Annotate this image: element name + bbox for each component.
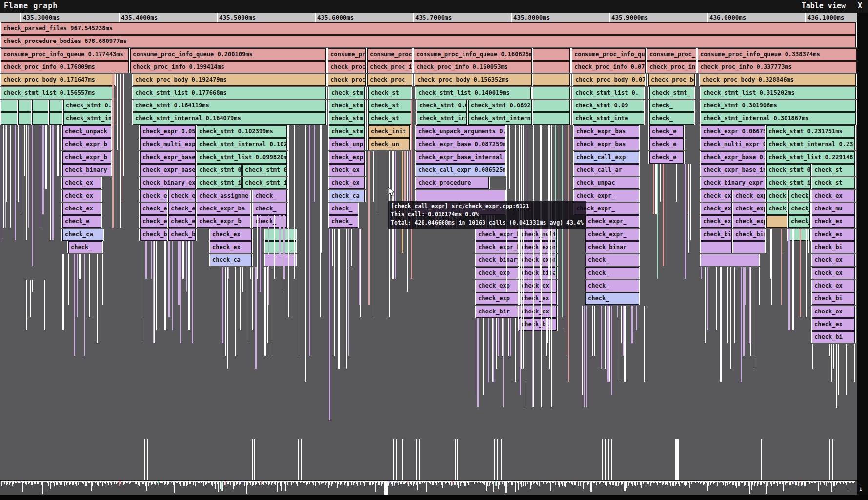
flame-block[interactable]: check_proc_body 0.07	[573, 74, 645, 86]
flame-block[interactable]: consume_proc_info_que	[572, 48, 646, 61]
flame-block[interactable]: check_stmt_internal 0.102351m	[197, 138, 287, 150]
flame-block[interactable]	[32, 100, 48, 112]
flame-block[interactable]	[49, 112, 62, 125]
flame-block[interactable]	[533, 112, 570, 125]
flame-block[interactable]: check_unpac	[574, 177, 639, 189]
flame-block[interactable]: check_stmt_int	[417, 112, 467, 125]
flame-block[interactable]: consume_proc_i	[328, 48, 366, 61]
flame-block[interactable]: check_st	[368, 112, 411, 125]
scrollbar-track[interactable]	[857, 13, 868, 495]
flame-block[interactable]: check_e	[649, 125, 684, 138]
flame-block[interactable]: check_stmt_in	[63, 112, 111, 125]
flame-block[interactable]: consume_proc_info_queue 0.177443ms	[1, 48, 129, 61]
flame-block[interactable]: check_exp	[701, 203, 732, 215]
flame-block[interactable]: check_mu	[812, 203, 855, 215]
flame-block[interactable]: check_stmt 0.102399ms	[197, 125, 287, 138]
flame-block[interactable]: check_proc_body 0.328846ms	[700, 74, 856, 86]
flame-block[interactable]: check_stmt 0.231751ms	[766, 125, 855, 138]
flame-block[interactable]: check_expr_	[585, 229, 639, 241]
flame-block[interactable]: check_stmt_list 0.229148	[766, 151, 855, 164]
flame-block[interactable]: check_st	[812, 177, 855, 189]
flame-block[interactable]: check_st	[368, 87, 411, 99]
flame-block[interactable]: check_stmt 0.301906ms	[701, 100, 856, 112]
flame-block[interactable]: check_	[329, 215, 358, 228]
flame-block[interactable]: check_ex	[701, 215, 732, 228]
flame-block[interactable]	[1, 112, 17, 125]
flame-block[interactable]: check_ex	[812, 254, 855, 266]
flame-block[interactable]: check_multi_expr 0.	[701, 138, 765, 150]
flame-block[interactable]: check_e	[649, 151, 684, 164]
flame-block[interactable]: check_	[329, 203, 358, 215]
flame-block[interactable]: check_proc_body 0.156352ms	[415, 74, 532, 86]
table-view-button[interactable]: Table view	[802, 1, 846, 10]
flame-block[interactable]: check_proc_body 0.171647ms	[1, 74, 115, 86]
flame-block[interactable]: check_	[649, 112, 694, 125]
flame-block[interactable]: consume_proc	[367, 48, 412, 61]
flame-block[interactable]: check_un	[368, 138, 410, 150]
flame-block[interactable]: check_unpack	[62, 125, 111, 138]
flame-block[interactable]: check_e	[140, 190, 167, 202]
flame-block[interactable]: check_stmt_list 0.156557ms	[1, 87, 113, 99]
flame-block[interactable]: check_stmt_internal 0.23	[766, 138, 855, 150]
flame-block[interactable]: check_exp	[701, 190, 732, 202]
flame-block[interactable]: check_proc_inf	[647, 61, 696, 73]
flame-block[interactable]	[265, 254, 296, 266]
flame-block[interactable]: check_procedure	[416, 177, 489, 189]
flame-block[interactable]: check_s	[788, 190, 810, 202]
flame-block[interactable]: check_proc_info 0.199414ms	[130, 61, 326, 73]
flame-block[interactable]: check_ex	[812, 267, 855, 279]
flame-block[interactable]: check_	[649, 100, 694, 112]
flame-block[interactable]: check_e	[62, 215, 101, 228]
flame-block[interactable]: check_exp	[733, 190, 765, 202]
flame-block[interactable]: check_expr_bas	[574, 138, 639, 150]
flame-block[interactable]: check_stmt_inte	[766, 177, 811, 189]
time-axis[interactable]: 435.3000ms435.4000ms435.5000ms435.6000ms…	[0, 13, 857, 23]
flame-block[interactable]: check_expr_base 0	[140, 151, 196, 164]
flame-block[interactable]: check_ex	[62, 190, 101, 202]
flame-block[interactable]: check_stmt_internal 0.0892	[468, 112, 532, 125]
flame-block[interactable]: check_unp	[329, 138, 365, 150]
flame-block[interactable]: check_	[68, 241, 102, 253]
flame-block[interactable]: check_	[585, 280, 639, 292]
flame-block[interactable]: check_st	[368, 100, 411, 112]
flame-block[interactable]: check_unpack_arguments 0.	[416, 125, 505, 138]
flame-block[interactable]: consume_proc_info_queue 0.200109ms	[130, 48, 326, 61]
flame-block[interactable]: check_stmt 0.05	[766, 164, 811, 176]
flame-block[interactable]: check_exp	[476, 267, 518, 279]
flame-block[interactable]: check_procedure_bodies 678.680977ms	[1, 35, 856, 47]
flame-block[interactable]: check_stmt 0.	[63, 100, 111, 112]
flame-block[interactable]: check_binary	[62, 164, 111, 176]
flame-block[interactable]: check_assignme	[197, 190, 250, 202]
flame-block[interactable]: consume_proc_info_queue 0.160625ms	[414, 48, 532, 61]
flame-block[interactable]: check_binary_expr (	[701, 177, 765, 189]
flame-block[interactable]	[701, 254, 759, 266]
flame-block[interactable]: check_bi	[812, 241, 855, 253]
flame-block[interactable]: check_stmt_	[649, 87, 694, 99]
flame-block[interactable]: check_stmt 0	[242, 164, 287, 176]
flame-block[interactable]: check_stmt_list 0.140019ms	[416, 87, 531, 99]
flame-block[interactable]: check_exp	[476, 280, 518, 292]
flame-block[interactable]: check_exp	[733, 215, 765, 228]
flame-block[interactable]: check_expr_b	[476, 229, 518, 241]
flame-block[interactable]: check_ex	[210, 229, 252, 241]
minimap[interactable]	[0, 480, 857, 495]
flame-block[interactable]: check_ex	[812, 306, 855, 318]
flame-block[interactable]: check_expr 0.0584	[140, 125, 196, 138]
flame-block[interactable]: check_	[585, 292, 639, 305]
flame-block[interactable]: check_bi	[812, 292, 855, 305]
flame-block[interactable]: check_proc_in	[328, 61, 366, 73]
flame-block[interactable]: check_proc_info 0.176809ms	[1, 61, 129, 73]
flame-block[interactable]: check_stmt_inte	[573, 112, 644, 125]
flame-block[interactable]: check_	[253, 203, 287, 215]
flame-canvas[interactable]: check_parsed_files 967.545238mscheck_pro…	[0, 22, 857, 480]
flame-block[interactable]: check_s	[766, 190, 787, 202]
flame-block[interactable]: check_ca	[210, 254, 252, 266]
flame-block[interactable]: check_ex	[812, 229, 855, 241]
flame-block[interactable]: check_stm	[329, 112, 365, 125]
flame-block[interactable]: check_ex	[812, 318, 855, 331]
flame-block[interactable]: check_e	[649, 138, 684, 150]
close-button[interactable]: X	[858, 1, 862, 10]
flame-block[interactable]	[265, 241, 296, 253]
flame-block[interactable]: check_expr_b	[62, 138, 111, 150]
flame-block[interactable]: check_binary	[476, 254, 518, 266]
